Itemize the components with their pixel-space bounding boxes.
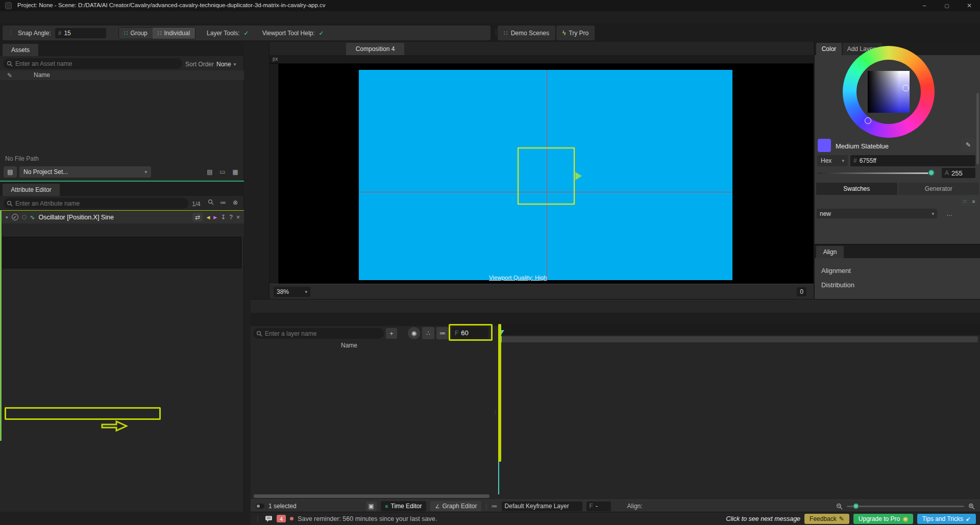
color-tab[interactable]: Color <box>816 43 842 55</box>
align-tab[interactable]: Align <box>816 246 844 258</box>
clear-icon[interactable]: ⊗ <box>231 199 240 206</box>
composition-canvas[interactable] <box>359 70 732 280</box>
current-color-chip[interactable] <box>818 139 831 152</box>
solo-circle-icon[interactable] <box>22 215 27 219</box>
selection-toggle-icon[interactable] <box>256 504 264 509</box>
keyframe-prev-icon[interactable]: ◀ <box>206 215 210 220</box>
selection-bounding-box[interactable] <box>518 147 575 205</box>
timeline-area <box>498 324 980 497</box>
add-layer-button[interactable]: + <box>386 328 397 339</box>
default-keyframe-layer-select[interactable]: Default Keyframe Layer <box>502 502 582 511</box>
color-panel-scrollbar[interactable] <box>976 93 979 164</box>
node-left-accent <box>0 210 2 441</box>
layer-search-input[interactable]: Enter a layer name <box>253 328 384 339</box>
swatch-list-view-button[interactable]: ≡ <box>970 197 977 206</box>
message-count-badge[interactable]: 4 <box>277 515 286 522</box>
oscillator-node-header[interactable]: ▾ ✓ ∿ Oscillator [Position.X] Sine ⇄ ◀ ▶… <box>2 210 244 223</box>
node-close-icon[interactable]: × <box>236 214 240 221</box>
swatch-group-select[interactable]: new▾ <box>817 209 937 218</box>
help-icon[interactable]: ? <box>229 214 233 221</box>
color-panel: Color Add Layers Medium Slateblue ✎ Hex▾… <box>814 42 980 299</box>
maximize-button[interactable]: ▢ <box>936 0 958 11</box>
layer-name-header: Name <box>341 342 357 349</box>
graph-editor-icon: ∠ <box>435 504 439 509</box>
project-set-dropdown[interactable]: No Project Set...▾ <box>19 166 151 178</box>
zoom-level-select[interactable]: 38%▾ <box>274 287 310 297</box>
timeline-ruler[interactable] <box>498 324 980 335</box>
next-message-link[interactable]: Click to see next message <box>726 515 800 522</box>
layer-list-hscrollbar[interactable] <box>254 494 489 498</box>
onion-skin-button[interactable]: ◉ <box>408 327 420 339</box>
project-set-icon-button[interactable]: ▤ <box>4 166 17 178</box>
folder-icon[interactable]: ▤ <box>205 168 215 176</box>
node-title: Oscillator [Position.X] Sine <box>39 214 114 221</box>
footer-frame-field[interactable]: F- <box>586 502 611 511</box>
upgrade-pro-button[interactable]: Upgrade to Pro◉ <box>853 514 913 524</box>
zoom-in-icon[interactable] <box>968 503 975 510</box>
left-panel: Assets Enter an Asset name Sort Order No… <box>0 42 244 512</box>
swatches-tab[interactable]: Swatches <box>816 183 897 195</box>
hex-value-input[interactable]: #6755ff <box>850 155 975 166</box>
viewport-tool-help-check[interactable]: ✓ <box>319 30 324 37</box>
layer-tools-label: Layer Tools: <box>207 30 239 37</box>
generator-tab[interactable]: Generator <box>898 183 979 195</box>
timeline-zoom-handle[interactable] <box>853 503 859 509</box>
keyframe-view-button[interactable]: ▣ <box>366 502 377 511</box>
individual-mode-button[interactable]: ∷ Individual <box>153 28 195 39</box>
playhead-line[interactable] <box>498 335 499 494</box>
monitor-icon[interactable]: ▭ <box>217 168 228 176</box>
close-button[interactable]: ✕ <box>959 0 980 11</box>
pin-icon[interactable]: ↧ <box>220 214 226 221</box>
panel-splitter[interactable]: ⋮ <box>493 328 497 502</box>
layer-tools-check[interactable]: ✓ <box>244 30 249 37</box>
eyedropper-button[interactable]: ✎ <box>961 138 975 152</box>
viewport-composition-tab[interactable]: Composition 4 <box>346 43 404 55</box>
try-pro-button[interactable]: ϟ Try Pro <box>556 26 595 40</box>
search-icon <box>7 61 13 67</box>
hex-mode-select[interactable]: Hex▾ <box>817 155 848 166</box>
grid-view-icon[interactable]: ▦ <box>230 168 240 176</box>
messages-icon[interactable] <box>265 515 273 522</box>
rotate-handle-icon[interactable] <box>575 172 582 180</box>
asset-search-input[interactable]: Enter an Asset name <box>4 58 182 69</box>
graph-editor-button[interactable]: ∠ Graph Editor <box>430 501 481 511</box>
playhead-handle[interactable] <box>498 330 504 335</box>
alpha-value-field[interactable]: A255 <box>942 168 975 178</box>
alpha-slider-handle[interactable] <box>928 169 935 176</box>
alpha-slider[interactable] <box>818 172 934 174</box>
current-frame-input[interactable]: F60 <box>452 327 488 339</box>
sv-handle[interactable] <box>902 85 909 91</box>
scatter-add-button[interactable]: ∴ <box>422 327 434 339</box>
sort-order-select[interactable]: None▾ <box>216 61 236 68</box>
individual-icon: ∷ <box>158 30 162 37</box>
attribute-search-input[interactable]: Enter an Attribute name <box>4 198 188 209</box>
time-editor-button[interactable]: ≡ Time Editor <box>381 501 427 511</box>
frame-offset-field[interactable]: 0 <box>797 287 806 296</box>
work-area-strip[interactable] <box>498 336 978 342</box>
keyframe-next-icon[interactable]: ▶ <box>213 215 217 220</box>
minimize-button[interactable]: – <box>914 0 935 11</box>
vertical-ruler <box>270 64 279 284</box>
swatch-grid-view-button[interactable]: ∷ <box>961 197 969 206</box>
main-toolbar: ⋮ Snap Angle: #15 ∷ Group ∷ Individual L… <box>0 23 980 42</box>
enabled-check-icon[interactable]: ✓ <box>12 214 18 220</box>
snap-angle-input[interactable]: #15 <box>55 28 106 38</box>
hue-handle[interactable] <box>865 117 871 124</box>
zoom-out-icon[interactable] <box>836 503 843 510</box>
node-switch-icon[interactable]: ⇄ <box>192 213 203 221</box>
demo-scenes-button[interactable]: ∷ Demo Scenes <box>498 26 555 40</box>
assets-tab[interactable]: Assets <box>3 44 38 56</box>
attribute-editor-tab[interactable]: Attribute Editor <box>3 184 60 196</box>
sv-picker[interactable] <box>868 71 910 113</box>
find-icon[interactable] <box>206 199 215 205</box>
align-label: Align: <box>627 503 643 510</box>
feedback-button[interactable]: Feedback✎ <box>804 514 849 524</box>
filter-icon[interactable]: ≔ <box>218 199 228 206</box>
tips-tricks-button[interactable]: Tips and Tricks➹ <box>917 514 976 524</box>
timeline-zoom-slider[interactable] <box>847 506 964 507</box>
distribution-label: Distribution <box>821 281 854 289</box>
collapse-chevron-icon[interactable]: ▾ <box>6 215 8 220</box>
layer-settings-button[interactable]: ≔ <box>436 327 449 339</box>
group-mode-button[interactable]: ∷ Group <box>119 28 153 39</box>
swatch-more-button[interactable]: … <box>943 209 955 218</box>
